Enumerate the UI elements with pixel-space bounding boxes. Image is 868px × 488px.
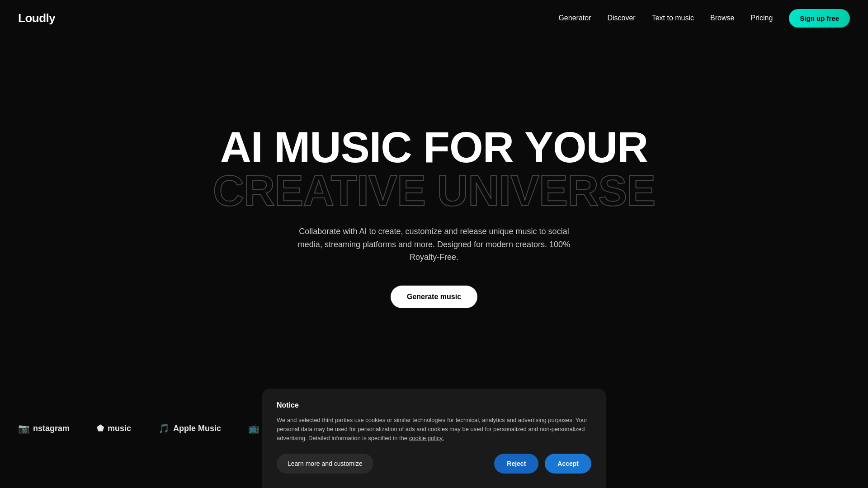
cookie-actions: Learn more and customize Reject Accept xyxy=(277,454,591,474)
hero-title-outline: CREATIVE UNIVERSE xyxy=(213,169,656,212)
nav-link-pricing[interactable]: Pricing xyxy=(750,14,773,22)
apple-music-icon: 🎵 xyxy=(158,423,170,434)
nav-link-text-to-music[interactable]: Text to music xyxy=(652,14,694,22)
navigation: Loudly Generator Discover Text to music … xyxy=(0,0,868,36)
learn-more-button[interactable]: Learn more and customize xyxy=(277,454,373,474)
cookie-body: We and selected third parties use cookie… xyxy=(277,416,591,443)
reject-button[interactable]: Reject xyxy=(494,454,538,474)
instagram-icon: 📷 xyxy=(18,423,29,434)
logo[interactable]: Loudly xyxy=(18,11,55,25)
generate-music-button[interactable]: Generate music xyxy=(391,286,477,308)
nav-link-browse[interactable]: Browse xyxy=(710,14,734,22)
list-item: ⬟ music xyxy=(97,423,131,433)
hero-title-solid: AI MUSIC FOR YOUR xyxy=(220,126,648,169)
list-item: 🎵 Apple Music xyxy=(158,423,221,434)
nav-links: Generator Discover Text to music Browse … xyxy=(558,9,850,28)
accept-button[interactable]: Accept xyxy=(545,454,591,474)
hero-subtitle: Collaborate with AI to create, customize… xyxy=(289,225,579,264)
cookie-policy-link[interactable]: cookie policy. xyxy=(409,435,444,441)
cookie-notice: Notice We and selected third parties use… xyxy=(262,389,606,488)
nav-link-generator[interactable]: Generator xyxy=(558,14,591,22)
nav-link-discover[interactable]: Discover xyxy=(607,14,635,22)
cookie-right-buttons: Reject Accept xyxy=(494,454,591,474)
twitch-icon: 📺 xyxy=(248,423,259,434)
signup-button[interactable]: Sign up free xyxy=(789,9,850,28)
amazon-music-icon: ⬟ xyxy=(97,423,104,433)
list-item: 📷 nstagram xyxy=(18,423,70,434)
cookie-title: Notice xyxy=(277,401,591,409)
